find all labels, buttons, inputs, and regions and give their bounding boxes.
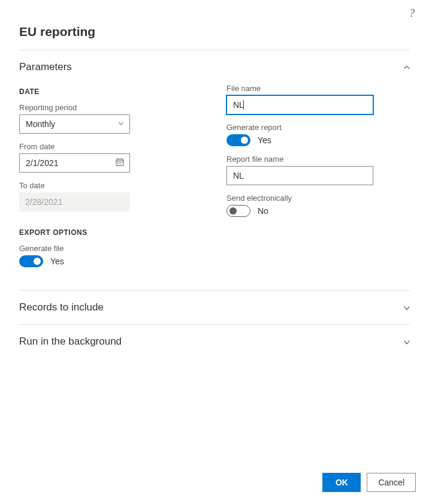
chevron-down-icon — [117, 119, 125, 129]
send-electronically-toggle[interactable] — [226, 205, 250, 217]
reporting-period-value: Monthly — [26, 119, 55, 129]
label-send-electronically: Send electronically — [226, 194, 410, 203]
section-title-parameters: Parameters — [19, 61, 72, 73]
label-report-file-name: Report file name — [226, 155, 410, 164]
report-file-name-value: NL — [233, 171, 244, 180]
from-date-value: 2/1/2021 — [26, 158, 59, 168]
section-header-background[interactable]: Run in the background — [19, 325, 410, 358]
toggle-knob — [241, 137, 248, 144]
generate-report-value: Yes — [258, 135, 271, 145]
section-title-records: Records to include — [19, 301, 104, 313]
label-generate-file: Generate file — [19, 244, 203, 253]
label-to-date: To date — [19, 181, 203, 190]
label-from-date: From date — [19, 142, 203, 151]
file-name-value: NL — [233, 100, 244, 110]
section-parameters: Parameters DATE Reporting period Monthly… — [19, 50, 410, 290]
group-label-export: EXPORT OPTIONS — [19, 228, 203, 237]
label-generate-report: Generate report — [226, 123, 410, 132]
label-reporting-period: Reporting period — [19, 103, 203, 112]
dialog-title: EU reporting — [0, 20, 429, 50]
section-background: Run in the background — [19, 324, 410, 358]
generate-file-value: Yes — [50, 256, 64, 266]
chevron-up-icon — [403, 64, 410, 71]
calendar-icon[interactable] — [115, 158, 125, 169]
section-records: Records to include — [19, 290, 410, 324]
section-title-background: Run in the background — [19, 336, 122, 348]
from-date-input[interactable]: 2/1/2021 — [19, 153, 130, 173]
group-label-date: DATE — [19, 87, 203, 96]
ok-button[interactable]: OK — [322, 473, 361, 492]
label-file-name: File name — [226, 84, 410, 93]
chevron-down-icon — [403, 304, 410, 311]
dialog-footer: OK Cancel — [322, 473, 416, 492]
cancel-button[interactable]: Cancel — [367, 473, 416, 492]
toggle-knob — [34, 258, 41, 265]
help-icon[interactable]: ? — [409, 7, 415, 20]
file-name-input[interactable]: NL — [226, 95, 373, 114]
section-header-records[interactable]: Records to include — [19, 291, 410, 324]
toggle-knob — [229, 207, 237, 215]
chevron-down-icon — [403, 338, 410, 345]
generate-report-toggle[interactable] — [226, 134, 250, 146]
to-date-value: 2/28/2021 — [25, 197, 62, 207]
section-header-parameters[interactable]: Parameters — [19, 50, 410, 84]
generate-file-toggle[interactable] — [19, 255, 43, 267]
reporting-period-select[interactable]: Monthly — [19, 114, 130, 134]
text-cursor — [243, 100, 244, 110]
send-electronically-value: No — [258, 206, 268, 216]
to-date-input: 2/28/2021 — [19, 192, 130, 212]
report-file-name-input[interactable]: NL — [226, 166, 373, 185]
